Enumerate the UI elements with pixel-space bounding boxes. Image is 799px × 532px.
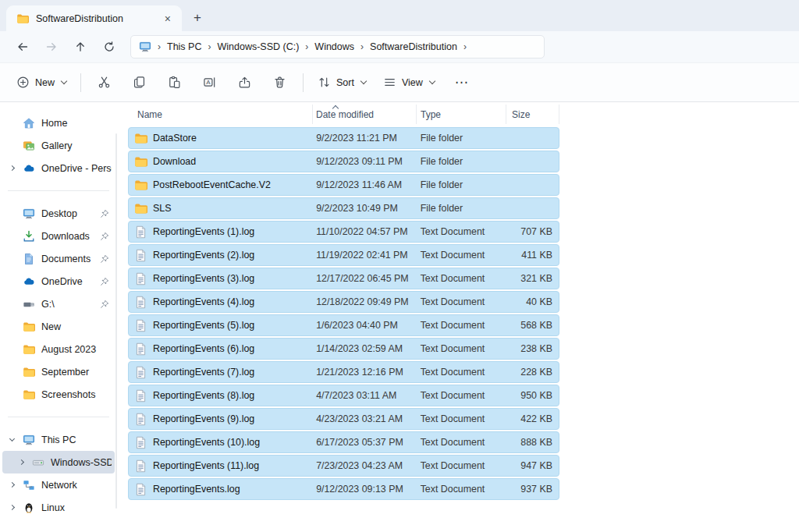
sidebar-item[interactable]: Screenshots bbox=[2, 383, 115, 406]
column-header[interactable]: Size bbox=[506, 105, 559, 124]
file-date-modified: 4/7/2023 03:11 AM bbox=[313, 390, 417, 401]
copy-button[interactable] bbox=[122, 69, 157, 95]
new-button[interactable]: New bbox=[8, 69, 75, 95]
chevron-icon[interactable] bbox=[9, 505, 15, 510]
file-row[interactable]: ReportingEvents (9).log 4/23/2023 03:21 … bbox=[128, 408, 559, 430]
breadcrumb-item[interactable]: Windows-SSD (C:) bbox=[217, 41, 299, 52]
view-button[interactable]: View bbox=[375, 69, 443, 95]
sidebar-item-icon bbox=[23, 366, 35, 378]
sidebar-divider bbox=[8, 417, 109, 417]
see-more-button[interactable]: ⋯ bbox=[443, 71, 481, 94]
sidebar-item-label: G:\ bbox=[41, 299, 100, 310]
sidebar-item[interactable]: Linux bbox=[2, 496, 115, 519]
column-header-label: Name bbox=[137, 109, 162, 120]
file-row[interactable]: SLS 9/2/2023 10:49 PM File folder bbox=[128, 197, 559, 219]
rename-button[interactable] bbox=[192, 69, 227, 95]
file-row[interactable]: ReportingEvents (1).log 11/10/2022 04:57… bbox=[128, 221, 559, 243]
file-name: ReportingEvents (9).log bbox=[153, 413, 254, 424]
column-header-label: Size bbox=[512, 109, 530, 120]
chevron-icon[interactable] bbox=[19, 459, 24, 465]
share-button[interactable] bbox=[227, 69, 262, 95]
file-name: DataStore bbox=[153, 133, 197, 144]
file-row[interactable]: Download 9/12/2023 09:11 PM File folder bbox=[128, 151, 559, 172]
file-row[interactable]: ReportingEvents (5).log 1/6/2023 04:40 P… bbox=[128, 314, 559, 336]
toolbar-divider bbox=[80, 73, 81, 92]
paste-button[interactable] bbox=[157, 69, 192, 95]
breadcrumb-item[interactable]: This PC bbox=[167, 41, 201, 52]
file-name: PostRebootEventCache.V2 bbox=[153, 179, 271, 190]
tab-close-button[interactable]: × bbox=[160, 12, 176, 25]
file-row[interactable]: PostRebootEventCache.V2 9/12/2023 11:46 … bbox=[128, 174, 559, 196]
cut-button[interactable] bbox=[87, 69, 122, 95]
new-tab-button[interactable]: + bbox=[194, 10, 201, 26]
folder-icon bbox=[16, 12, 29, 25]
file-row[interactable]: ReportingEvents (6).log 1/14/2023 02:59 … bbox=[128, 338, 559, 360]
file-row[interactable]: ReportingEvents (10).log 6/17/2023 05:37… bbox=[128, 431, 559, 453]
breadcrumb-item[interactable]: SoftwareDistribution bbox=[370, 41, 457, 52]
file-row[interactable]: ReportingEvents (2).log 11/19/2022 02:41… bbox=[128, 244, 559, 266]
file-type-icon bbox=[134, 389, 147, 403]
column-header[interactable]: Date modified bbox=[313, 105, 417, 124]
file-row[interactable]: ReportingEvents (8).log 4/7/2023 03:11 A… bbox=[128, 385, 559, 406]
breadcrumb-segment: › Windows bbox=[299, 41, 354, 52]
sidebar-item[interactable]: This PC bbox=[2, 428, 115, 451]
file-row[interactable]: ReportingEvents (3).log 12/17/2022 06:45… bbox=[128, 268, 559, 289]
sidebar-item[interactable]: Gallery bbox=[2, 134, 115, 157]
pin-icon bbox=[100, 254, 109, 264]
sidebar-item[interactable]: Desktop bbox=[2, 202, 115, 225]
sidebar-item[interactable]: Windows-SSD (C:) bbox=[2, 451, 115, 473]
sidebar-item-label: Gallery bbox=[41, 140, 112, 151]
chevron-slot bbox=[10, 505, 23, 509]
sort-button[interactable]: Sort bbox=[309, 69, 375, 95]
file-row[interactable]: ReportingEvents (11).log 7/23/2023 04:23… bbox=[128, 455, 559, 477]
file-row[interactable]: ReportingEvents (4).log 12/18/2022 09:49… bbox=[128, 291, 559, 313]
explorer-tab[interactable]: SoftwareDistribution × bbox=[6, 5, 182, 31]
forward-button[interactable] bbox=[37, 34, 66, 59]
file-name: ReportingEvents (6).log bbox=[153, 343, 254, 354]
sidebar-item[interactable]: September bbox=[2, 360, 115, 383]
file-date-modified: 11/10/2022 04:57 PM bbox=[313, 226, 417, 237]
sidebar-item[interactable]: Home bbox=[2, 112, 115, 134]
sidebar-item[interactable]: Network bbox=[2, 473, 115, 496]
chevron-icon[interactable] bbox=[9, 436, 15, 442]
column-header[interactable]: Type bbox=[417, 105, 506, 124]
sidebar-item[interactable]: G:\ bbox=[2, 293, 115, 315]
clipboard-icon bbox=[168, 76, 181, 89]
sidebar-item[interactable]: Documents bbox=[2, 247, 115, 270]
back-button[interactable] bbox=[8, 34, 37, 59]
sidebar-item[interactable]: OneDrive bbox=[2, 270, 115, 293]
column-header[interactable]: Name bbox=[128, 105, 313, 124]
file-row[interactable]: ReportingEvents.log 9/12/2023 09:13 PM T… bbox=[128, 478, 559, 500]
sidebar-item[interactable]: Downloads bbox=[2, 225, 115, 247]
sidebar-item[interactable]: New bbox=[2, 315, 115, 338]
file-type-icon bbox=[134, 413, 147, 426]
file-name-cell: SLS bbox=[129, 202, 313, 215]
address-bar[interactable]: › This PC › Windows-SSD (C:) › Windows bbox=[130, 35, 545, 59]
refresh-button[interactable] bbox=[94, 34, 123, 59]
file-explorer-window: SoftwareDistribution × + › This PC › bbox=[0, 0, 799, 532]
sidebar-item[interactable]: August 2023 bbox=[2, 338, 115, 360]
chevron-icon[interactable] bbox=[9, 482, 15, 488]
sidebar-item-label: New bbox=[41, 321, 112, 332]
chevron-slot bbox=[10, 325, 23, 328]
chevron-down-icon bbox=[360, 78, 367, 84]
chevron-icon[interactable] bbox=[9, 165, 15, 171]
file-date-modified: 9/2/2023 11:21 PM bbox=[313, 133, 417, 144]
sidebar-item[interactable]: OneDrive - Personal bbox=[2, 157, 115, 179]
breadcrumb-separator-icon: › bbox=[305, 41, 308, 52]
breadcrumb-item[interactable]: Windows bbox=[314, 41, 354, 52]
file-name-cell: ReportingEvents (4).log bbox=[129, 296, 313, 309]
file-name: ReportingEvents (11).log bbox=[153, 460, 259, 471]
file-row[interactable]: ReportingEvents (7).log 1/21/2023 12:16 … bbox=[128, 361, 559, 383]
delete-button[interactable] bbox=[262, 69, 297, 95]
file-row[interactable]: DataStore 9/2/2023 11:21 PM File folder bbox=[128, 127, 559, 149]
sidebar-item-icon bbox=[23, 253, 35, 265]
breadcrumb-separator-icon: › bbox=[463, 41, 467, 52]
chevron-slot bbox=[10, 392, 23, 396]
chevron-slot bbox=[10, 302, 23, 306]
refresh-icon bbox=[103, 41, 115, 53]
up-button[interactable] bbox=[66, 34, 94, 59]
file-name-cell: ReportingEvents.log bbox=[129, 483, 313, 496]
file-name-cell: PostRebootEventCache.V2 bbox=[129, 179, 313, 192]
scissors-icon bbox=[98, 76, 111, 89]
